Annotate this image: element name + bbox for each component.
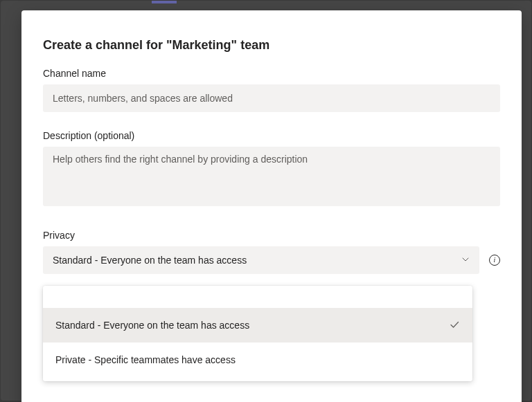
info-icon[interactable]: i	[489, 255, 500, 266]
channel-name-label: Channel name	[43, 68, 500, 79]
create-channel-dialog: Create a channel for "Marketing" team Ch…	[21, 10, 522, 402]
privacy-dropdown[interactable]: Standard - Everyone on the team has acce…	[43, 246, 479, 274]
privacy-option-standard[interactable]: Standard - Everyone on the team has acce…	[43, 308, 472, 342]
description-label: Description (optional)	[43, 130, 500, 141]
description-input[interactable]	[43, 147, 500, 206]
chevron-down-icon	[461, 255, 470, 266]
privacy-option-private[interactable]: Private - Specific teammates have access	[43, 342, 472, 377]
privacy-option-label: Private - Specific teammates have access	[55, 354, 236, 365]
privacy-selected-text: Standard - Everyone on the team has acce…	[53, 255, 247, 266]
privacy-label: Privacy	[43, 230, 500, 241]
channel-name-input[interactable]	[43, 84, 500, 112]
dialog-title: Create a channel for "Marketing" team	[43, 38, 500, 53]
checkmark-icon	[449, 319, 460, 332]
privacy-option-label: Standard - Everyone on the team has acce…	[55, 320, 249, 331]
privacy-dropdown-list: Standard - Everyone on the team has acce…	[43, 286, 472, 381]
accent-hint	[152, 1, 177, 3]
